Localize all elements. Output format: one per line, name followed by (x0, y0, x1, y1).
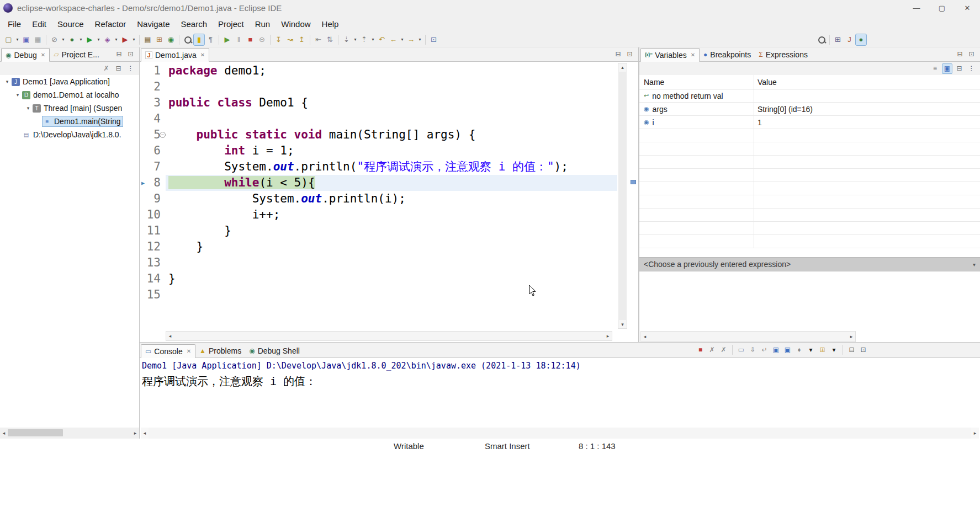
maximize-view-button[interactable]: ⊡ (858, 345, 868, 355)
collapse-all-button[interactable]: ⊟ (113, 63, 124, 74)
new-wizard-button[interactable]: ▢ (3, 34, 14, 46)
resume-button[interactable]: ▶ (221, 34, 233, 46)
menu-refactor[interactable]: Refactor (89, 17, 132, 31)
line-number[interactable]: 5 (146, 127, 161, 143)
next-annotation-button[interactable]: ⇣ (341, 34, 352, 46)
marker-column[interactable] (140, 207, 146, 223)
variables-hscrollbar[interactable]: ◂ ▸ (640, 331, 856, 342)
terminate-button[interactable]: ■ (695, 345, 706, 355)
debug-dropdown-icon[interactable]: ▾ (78, 34, 84, 46)
step-into-button[interactable]: ↧ (273, 34, 284, 46)
code-text[interactable] (166, 79, 617, 95)
pin-console-button[interactable]: ♦ (794, 345, 804, 355)
word-wrap-button[interactable]: ↵ (759, 345, 770, 355)
variable-row-args[interactable]: ◉argsString[0] (id=16) (639, 103, 980, 116)
scroll-thumb[interactable] (8, 429, 63, 436)
line-number[interactable]: 1 (146, 63, 161, 79)
menu-run[interactable]: Run (250, 17, 276, 31)
view-tab-variables[interactable]: (x)=Variables✕ (640, 48, 700, 62)
scroll-track[interactable] (149, 428, 971, 439)
scroll-up-icon[interactable]: ▴ (618, 63, 627, 71)
run-external-tools-button[interactable]: ▶ (119, 34, 131, 46)
close-icon[interactable]: ✕ (691, 52, 695, 58)
suspend-button[interactable]: ‖ (233, 34, 245, 46)
line-number[interactable]: 12 (146, 239, 161, 255)
view-menu-button[interactable]: ⋮ (125, 63, 136, 74)
line-number[interactable]: 8 (146, 175, 161, 191)
line-number[interactable]: 7 (146, 159, 161, 175)
menu-file[interactable]: File (2, 17, 27, 31)
scroll-track[interactable] (174, 332, 604, 340)
code-text[interactable] (166, 255, 617, 271)
show-whitespace-button[interactable]: ¶ (205, 34, 216, 46)
marker-column[interactable] (140, 79, 146, 95)
current-line-marker[interactable] (631, 180, 636, 184)
open-console-dropdown-icon[interactable]: ▾ (829, 345, 839, 355)
java-search-button[interactable] (182, 34, 193, 46)
menu-edit[interactable]: Edit (27, 17, 52, 31)
close-icon[interactable]: ✕ (187, 348, 191, 354)
save-button[interactable]: ▣ (20, 34, 32, 46)
marker-column[interactable] (140, 143, 146, 159)
instruction-pointer-icon[interactable]: ▶ (140, 175, 146, 191)
search-button[interactable] (815, 34, 827, 46)
show-console-on-stdout-button[interactable]: ▣ (771, 345, 781, 355)
scroll-thumb[interactable] (619, 72, 626, 320)
marker-column[interactable] (140, 63, 146, 79)
minimize-button[interactable]: — (904, 0, 929, 15)
column-header-value[interactable]: Value (754, 75, 980, 89)
scroll-track[interactable] (649, 332, 847, 341)
view-tab-project-e[interactable]: ▱Project E... (50, 47, 103, 61)
back-dropdown-icon[interactable]: ▾ (399, 34, 405, 46)
view-menu-button[interactable]: ⋮ (966, 63, 977, 74)
scroll-right-icon[interactable]: ▸ (131, 428, 139, 439)
drop-to-frame-button[interactable]: ⇤ (312, 34, 324, 46)
use-step-filters-button[interactable]: ⇅ (324, 34, 336, 46)
line-number[interactable]: 2 (146, 79, 161, 95)
expand-arrow-icon[interactable]: ▾ (14, 92, 22, 98)
tree-item-d-develop-java-jdk1-8-0[interactable]: ▤D:\Develop\Java\jdk1.8.0. (0, 128, 139, 141)
forward-dropdown-icon[interactable]: ▾ (417, 34, 423, 46)
code-text[interactable]: package demo1; (166, 63, 617, 79)
marker-column[interactable] (140, 159, 146, 175)
step-over-button[interactable]: ↝ (284, 34, 296, 46)
close-button[interactable]: ✕ (955, 0, 980, 15)
last-edit-location-button[interactable]: ↶ (376, 34, 388, 46)
code-text[interactable]: } (166, 223, 617, 239)
view-tab-debug[interactable]: ◉Debug✕ (1, 48, 50, 62)
remove-all-terminated-button[interactable]: ✗ (101, 63, 112, 74)
line-number[interactable]: 13 (146, 255, 161, 271)
skip-all-breakpoints-button[interactable]: ⊘ (49, 34, 60, 46)
scroll-right-icon[interactable]: ▸ (847, 331, 855, 342)
code-text[interactable]: public static void main(String[] args) { (166, 127, 617, 143)
marker-column[interactable] (140, 111, 146, 127)
display-selected-console-icon[interactable]: ▾ (806, 345, 816, 355)
new-wizard-dropdown-icon[interactable]: ▾ (14, 34, 20, 46)
tree-item-demo1-java-application[interactable]: ▾JDemo1 [Java Application] (0, 75, 139, 88)
java-perspective-button[interactable]: J (844, 34, 855, 46)
expand-arrow-icon[interactable]: ▾ (3, 79, 11, 84)
code-text[interactable]: public class Demo1 { (166, 95, 617, 111)
menu-source[interactable]: Source (52, 17, 89, 31)
marker-column[interactable] (140, 239, 146, 255)
skip-all-breakpoints-dropdown-icon[interactable]: ▾ (60, 34, 66, 46)
coverage-dropdown-icon[interactable]: ▾ (113, 34, 119, 46)
view-tab-expressions[interactable]: ΣExpressions (755, 47, 812, 61)
code-text[interactable] (166, 111, 617, 127)
code-text[interactable]: i++; (166, 207, 617, 223)
line-number[interactable]: 6 (146, 143, 161, 159)
code-text[interactable] (166, 287, 617, 303)
previous-annotation-button[interactable]: ⇡ (358, 34, 370, 46)
remove-all-launches-button[interactable]: ✗ (718, 345, 729, 355)
next-annotation-dropdown-icon[interactable]: ▾ (352, 34, 358, 46)
marker-column[interactable] (140, 191, 146, 207)
minimize-view-button[interactable]: ⊟ (846, 345, 857, 355)
scroll-left-icon[interactable]: ◂ (641, 331, 649, 342)
new-java-project-button[interactable]: ▤ (142, 34, 153, 46)
debug-button[interactable]: ● (66, 34, 78, 46)
disconnect-button[interactable]: ⊝ (256, 34, 268, 46)
minimize-view-button[interactable]: ⊟ (613, 49, 623, 60)
line-number[interactable]: 4 (146, 111, 161, 127)
line-number[interactable]: 11 (146, 223, 161, 239)
code-text[interactable]: System.out.println(i); (166, 191, 617, 207)
